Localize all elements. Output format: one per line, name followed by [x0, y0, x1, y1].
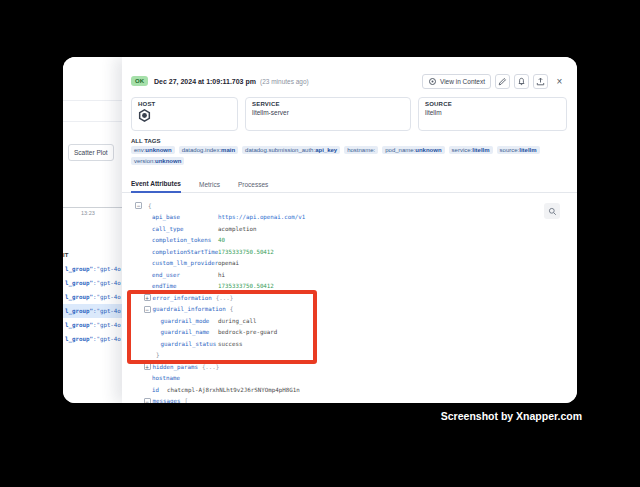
search-button[interactable]	[544, 203, 560, 219]
json-key: id	[152, 387, 159, 393]
tag-key: service:	[452, 147, 473, 153]
json-row: idchatcmpl-Aj8rxhNLht9v2J6rSNYOmp4pH8G1n	[122, 384, 577, 396]
service-value: litellm-server	[252, 109, 404, 116]
json-row: completionStartTime1735333750.50412	[122, 246, 577, 258]
snooze-icon	[517, 77, 526, 86]
status-badge: OK	[131, 76, 148, 86]
tag-pill[interactable]: env:unknown	[131, 146, 175, 154]
json-value[interactable]: https://api.openai.com/v1	[218, 214, 305, 220]
background-page: Scatter Plot 13:23 IT l_group":"gpt-4ol_…	[63, 57, 122, 403]
info-boxes: HOST SERVICE litellm-server SOURCE litel…	[131, 97, 567, 131]
view-in-context-button[interactable]: View in Context	[422, 74, 491, 89]
row-key: l_group"	[65, 322, 93, 328]
json-row: end_userhi	[122, 269, 577, 281]
close-icon: ×	[557, 76, 563, 87]
collapse-icon[interactable]: −	[144, 398, 151, 403]
json-value: {...}	[202, 364, 219, 370]
table-row[interactable]: l_group":"gpt-4o	[63, 332, 122, 346]
tag-pill[interactable]: pod_name:unknown	[382, 146, 444, 154]
row-value: :"gpt-4o	[93, 336, 121, 342]
table-row[interactable]: l_group":"gpt-4o	[63, 262, 122, 276]
json-row: custom_llm_provideropenai	[122, 258, 577, 270]
relative-time: (23 minutes ago)	[260, 78, 309, 85]
row-key: l_group"	[65, 266, 93, 272]
scatter-plot-label: Scatter Plot	[74, 149, 108, 156]
json-key: api_base	[152, 214, 180, 220]
json-value: acompletion	[218, 226, 256, 232]
tag-key: source:	[500, 147, 520, 153]
tag-key: pod_name:	[385, 147, 415, 153]
tag-value: litellm	[472, 147, 489, 153]
tag-key: version:	[134, 158, 155, 164]
table-row[interactable]: l_group":"gpt-4o	[63, 304, 122, 318]
tag-pill[interactable]: service:litellm	[449, 146, 493, 154]
search-icon	[548, 207, 557, 216]
table-rows: l_group":"gpt-4ol_group":"gpt-4ol_group"…	[63, 262, 122, 346]
service-label: SERVICE	[252, 101, 404, 107]
scatter-plot-button[interactable]: Scatter Plot	[68, 144, 114, 161]
collapse-icon[interactable]: −	[135, 202, 142, 209]
tag-pill[interactable]: datadog.index:main	[179, 146, 238, 154]
tab-metrics[interactable]: Metrics	[199, 181, 220, 192]
tag-value: unknown	[145, 147, 171, 153]
json-value: 1735333750.50412	[218, 283, 274, 289]
tag-value: api_key	[315, 147, 337, 153]
json-row: −{	[122, 200, 577, 212]
json-key: endTime	[152, 283, 176, 289]
json-row: −messages[	[122, 396, 577, 404]
tab-processes[interactable]: Processes	[238, 181, 268, 192]
source-label: SOURCE	[425, 101, 560, 107]
pencil-icon	[498, 77, 507, 86]
tag-pill[interactable]: hostname:	[344, 146, 378, 154]
export-button[interactable]	[533, 74, 548, 89]
table-row[interactable]: l_group":"gpt-4o	[63, 276, 122, 290]
close-button[interactable]: ×	[552, 74, 567, 89]
table-column-header: IT	[63, 252, 68, 258]
host-box[interactable]: HOST	[131, 97, 238, 131]
tag-value: litellm	[519, 147, 536, 153]
json-row: completion_tokens40	[122, 235, 577, 247]
header-actions: View in Context	[422, 74, 567, 89]
tag-pill[interactable]: source:litellm	[497, 146, 540, 154]
json-value: 1735333750.50412	[218, 249, 274, 255]
tab-event-attributes[interactable]: Event Attributes	[131, 180, 181, 193]
service-box[interactable]: SERVICE litellm-server	[245, 97, 411, 131]
chart-axis-line	[63, 207, 122, 208]
json-key: completionStartTime	[152, 249, 218, 255]
divider	[63, 121, 122, 122]
json-value: chatcmpl-Aj8rxhNLht9v2J6rSNYOmp4pH8G1n	[167, 387, 300, 393]
red-annotation-rectangle	[127, 290, 317, 364]
divider	[63, 100, 122, 101]
row-value: :"gpt-4o	[93, 294, 121, 300]
table-row[interactable]: l_group":"gpt-4o	[63, 290, 122, 304]
table-row[interactable]: l_group":"gpt-4o	[63, 318, 122, 332]
tag-value: unknown	[155, 158, 181, 164]
export-icon	[536, 77, 545, 86]
panel-header: OK Dec 27, 2024 at 1:09:11.703 pm (23 mi…	[131, 72, 567, 90]
json-row: hostname	[122, 373, 577, 385]
event-timestamp: Dec 27, 2024 at 1:09:11.703 pm	[154, 78, 256, 85]
row-value: :"gpt-4o	[93, 322, 121, 328]
tag-key: hostname:	[347, 147, 375, 153]
json-value: [	[184, 398, 188, 403]
all-tags-label: ALL TAGS	[131, 138, 160, 144]
tags-list: env:unknowndatadog.index:maindatadog.sub…	[131, 146, 553, 165]
source-box[interactable]: SOURCE litellm	[418, 97, 567, 131]
expand-icon[interactable]: +	[144, 363, 151, 370]
json-value: 40	[218, 237, 225, 243]
tag-key: env:	[134, 147, 145, 153]
tag-pill[interactable]: version:unknown	[131, 157, 184, 165]
tab-bar: Event AttributesMetricsProcesses	[122, 175, 577, 193]
mute-button[interactable]	[514, 74, 529, 89]
row-value: :"gpt-4o	[93, 280, 121, 286]
tag-pill[interactable]: datadog.submission_auth:api_key	[242, 146, 340, 154]
row-key: l_group"	[65, 294, 93, 300]
json-value: hi	[218, 272, 225, 278]
watermark-text: Screenshot by Xnapper.com	[441, 410, 582, 422]
json-key: call_type	[152, 226, 183, 232]
json-key: hidden_params	[153, 364, 198, 370]
json-key: end_user	[152, 272, 180, 278]
edit-button[interactable]	[495, 74, 510, 89]
tag-key: datadog.index:	[182, 147, 221, 153]
row-key: l_group"	[65, 336, 93, 342]
